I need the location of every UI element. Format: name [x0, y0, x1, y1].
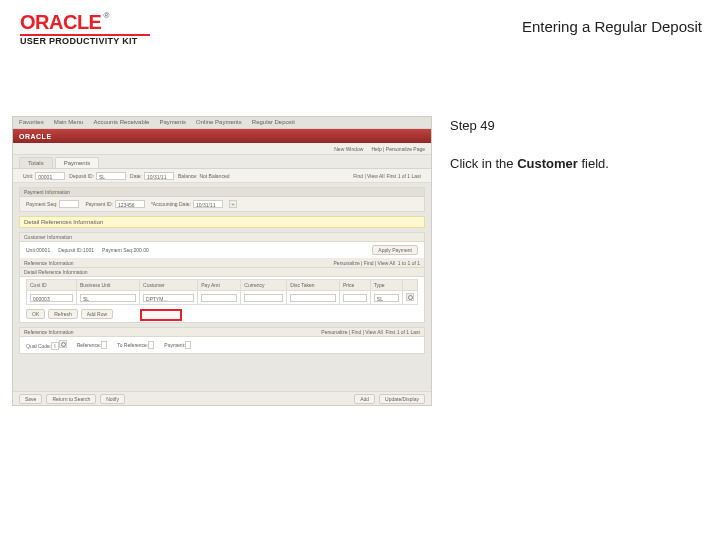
- product-line: USER PRODUCTIVITY KIT: [20, 37, 150, 46]
- col-disc: Disc Taken: [287, 280, 340, 291]
- crumb[interactable]: Regular Deposit: [252, 119, 295, 126]
- oracle-wordmark: ORACLE: [20, 12, 101, 32]
- payment-info-section: Payment Information Payment Seq: Payment…: [19, 187, 425, 212]
- ref-range: First 1 of 1 Last: [386, 329, 420, 335]
- grid-range: 1 to 1 of 1: [398, 260, 420, 266]
- add-row-button[interactable]: Add Row: [81, 309, 113, 319]
- add-row-icon[interactable]: +: [229, 200, 237, 208]
- reference-info-panel: Reference Information Personalize | Find…: [19, 327, 425, 354]
- cell-currency[interactable]: [244, 294, 283, 302]
- unit-value: 00001: [35, 172, 65, 180]
- instruction-suffix: field.: [578, 156, 609, 171]
- deposit-id-value: SL: [96, 172, 126, 180]
- help-personalize-link[interactable]: Help | Personalize Page: [371, 146, 425, 152]
- detail-ref-banner: Detail References Information: [19, 216, 425, 228]
- balance-value: Not Balanced: [199, 173, 229, 179]
- payid-input[interactable]: 123456: [115, 200, 145, 208]
- registered-mark: ®: [103, 11, 109, 20]
- ok-button[interactable]: OK: [26, 309, 45, 319]
- col-pay-amt: Pay Amt: [198, 280, 241, 291]
- lookup-icon[interactable]: [59, 340, 67, 348]
- cell-price[interactable]: [343, 294, 367, 302]
- new-window-link[interactable]: New Window: [334, 146, 363, 152]
- instruction-line: Click in the Customer field.: [450, 154, 700, 174]
- mid-payseq-value: 200.00: [133, 247, 148, 253]
- cell-pay-amt[interactable]: [201, 294, 237, 302]
- customer-grid: Cust ID Business Unit Customer Pay Amt C…: [26, 279, 418, 305]
- to-reference-input[interactable]: [148, 341, 154, 349]
- col-type: Type: [370, 280, 402, 291]
- qual-code-label: Qual Code:: [26, 343, 51, 349]
- cell-customer[interactable]: DPTYM...: [143, 294, 194, 302]
- customer-grid-row: 000003 SL DPTYM... SL: [27, 291, 418, 305]
- app-screenshot: Favorites Main Menu Accounts Receivable …: [12, 116, 432, 406]
- ref-info-label: Reference Information: [24, 260, 73, 266]
- lookup-icon[interactable]: [406, 293, 414, 301]
- page-footer-bar: Save Return to Search Notify Add Update/…: [13, 391, 431, 405]
- payseq-label: Payment Seq:: [26, 201, 57, 207]
- col-currency: Currency: [241, 280, 287, 291]
- ref-toolbar-links[interactable]: Personalize | Find | View All: [321, 329, 382, 335]
- global-header: ORACLE: [13, 129, 431, 143]
- crumb[interactable]: Accounts Receivable: [93, 119, 149, 126]
- page-header: ORACLE® USER PRODUCTIVITY KIT Entering a…: [0, 0, 720, 52]
- col-cust-id: Cust ID: [27, 280, 77, 291]
- col-customer: Customer: [140, 280, 198, 291]
- app-brand: ORACLE: [19, 133, 52, 140]
- cell-cust-id[interactable]: 000003: [30, 294, 73, 302]
- date-value: 10/31/11: [144, 172, 174, 180]
- balance-label: Balance:: [178, 173, 197, 179]
- payid-label: Payment ID:: [85, 201, 113, 207]
- date-label: Date:: [130, 173, 142, 179]
- col-price: Price: [339, 280, 370, 291]
- detail-ref-header: Detail Reference Information: [24, 269, 88, 275]
- return-search-button[interactable]: Return to Search: [46, 394, 96, 404]
- instruction-bold: Customer: [517, 156, 578, 171]
- instruction-prefix: Click in the: [450, 156, 517, 171]
- unit-label: Unit:: [23, 173, 33, 179]
- update-display-button[interactable]: Update/Display: [379, 394, 425, 404]
- content-row: Favorites Main Menu Accounts Receivable …: [12, 116, 708, 406]
- crumb[interactable]: Online Payments: [196, 119, 242, 126]
- oracle-logo-block: ORACLE® USER PRODUCTIVITY KIT: [20, 12, 150, 46]
- col-bu: Business Unit: [76, 280, 139, 291]
- window-links-bar: New Window Help | Personalize Page: [13, 143, 431, 155]
- grid-toolbar-links[interactable]: Personalize | Find | View All: [334, 260, 395, 266]
- payseq-input[interactable]: [59, 200, 79, 208]
- mid-unit-value: 00001: [36, 247, 50, 253]
- qual-code-input[interactable]: I: [51, 342, 58, 350]
- payment-label: Payment:: [164, 342, 185, 348]
- crumb[interactable]: Favorites: [19, 119, 44, 126]
- breadcrumb-bar: Favorites Main Menu Accounts Receivable …: [13, 117, 431, 129]
- to-reference-label: To Reference:: [117, 342, 148, 348]
- crumb[interactable]: Main Menu: [54, 119, 84, 126]
- apply-payment-button[interactable]: Apply Payment: [372, 245, 418, 255]
- cell-bu[interactable]: SL: [80, 294, 136, 302]
- mid-deposit-label: Deposit ID:: [58, 247, 83, 253]
- crumb[interactable]: Payments: [159, 119, 186, 126]
- acct-date-label: *Accounting Date:: [151, 201, 191, 207]
- customer-grid-header-row: Cust ID Business Unit Customer Pay Amt C…: [27, 280, 418, 291]
- document-title: Entering a Regular Deposit: [522, 18, 702, 35]
- cell-type[interactable]: SL: [374, 294, 399, 302]
- page-tabs: Totals Payments: [13, 155, 431, 169]
- mid-payseq-label: Payment Seq:: [102, 247, 133, 253]
- record-range: First 1 of 1 Last: [387, 173, 421, 179]
- reference-input[interactable]: [101, 341, 107, 349]
- cell-disc[interactable]: [290, 294, 336, 302]
- tab-totals[interactable]: Totals: [19, 157, 53, 168]
- payment-info-header: Payment Information: [20, 188, 424, 197]
- reference-label: Reference:: [77, 342, 101, 348]
- acct-date-input[interactable]: 10/31/11: [193, 200, 223, 208]
- customer-info-panel: Customer Information Unit:00001 Deposit …: [19, 232, 425, 323]
- payment-input[interactable]: [185, 341, 191, 349]
- tab-payments[interactable]: Payments: [55, 157, 100, 168]
- ref-info-header: Reference Information: [24, 329, 73, 335]
- add-button[interactable]: Add: [354, 394, 375, 404]
- step-label: Step 49: [450, 116, 700, 136]
- instruction-panel: Step 49 Click in the Customer field.: [450, 116, 700, 406]
- refresh-button[interactable]: Refresh: [48, 309, 78, 319]
- find-viewall-link[interactable]: Find | View All: [353, 173, 384, 179]
- save-button[interactable]: Save: [19, 394, 42, 404]
- notify-button[interactable]: Notify: [100, 394, 125, 404]
